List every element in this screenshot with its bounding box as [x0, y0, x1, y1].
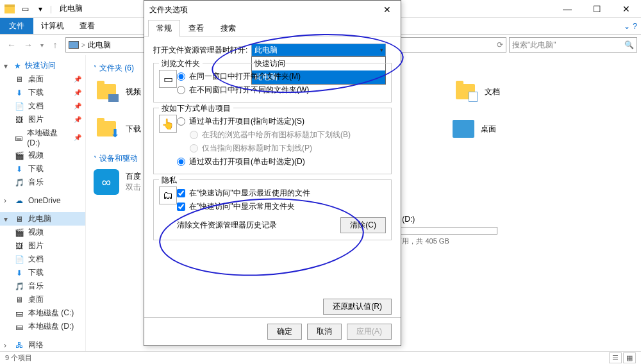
- check-recent-files[interactable]: 在"快速访问"中显示最近使用的文件: [159, 186, 386, 200]
- sidebar-item-pictures[interactable]: 🖼图片📌: [0, 113, 85, 126]
- doc-icon: 📄: [14, 101, 24, 112]
- help-icon[interactable]: ?: [633, 22, 637, 31]
- radio-underline-all: 在我的浏览器中给所有图标标题加下划线(B): [159, 128, 386, 142]
- folder-icon: ⬇: [97, 121, 116, 136]
- folder-icon: [97, 84, 116, 99]
- view-icons-icon[interactable]: ▦: [623, 352, 636, 363]
- ribbon-expand-icon[interactable]: ⌄: [624, 22, 630, 31]
- tab-view[interactable]: 查看: [72, 18, 103, 34]
- refresh-icon[interactable]: ⟳: [497, 40, 503, 49]
- explorer-icon: [4, 3, 15, 15]
- video-icon: 🎬: [14, 228, 24, 238]
- nav-up[interactable]: ↑: [47, 37, 63, 53]
- groupbox-browse: 浏览文件夹 ▭ 在同一窗口中打开每个文件夹(M) 在不同窗口中打开不同的文件夹(…: [153, 63, 392, 103]
- statusbar: 9 个项目 ☰ ▦: [0, 351, 641, 364]
- privacy-icon: 🗂: [159, 186, 177, 204]
- restore-defaults-button[interactable]: 还原默认值(R): [323, 299, 392, 315]
- window-title: 此电脑: [60, 3, 83, 14]
- tab-search[interactable]: 搜索: [212, 20, 244, 37]
- sidebar: ▾ ★ 快速访问 🖥桌面📌 ⬇下载📌 📄文档📌 🖼图片📌 🖴本地磁盘 (D:)📌…: [0, 55, 86, 351]
- sidebar-pc-documents[interactable]: 📄文档: [0, 252, 85, 266]
- nav-recent-dropdown[interactable]: ▾: [37, 37, 46, 53]
- search-input[interactable]: 搜索"此电脑" 🔍: [509, 37, 637, 53]
- apply-button[interactable]: 应用(A): [347, 324, 392, 340]
- sidebar-this-pc[interactable]: ▾🖥此电脑: [0, 212, 85, 226]
- sidebar-item-documents[interactable]: 📄文档📌: [0, 99, 85, 113]
- groupbox-click: 按如下方式单击项目 👆 通过单击打开项目(指向时选定)(S) 在我的浏览器中给所…: [153, 108, 392, 174]
- folder-videos[interactable]: 视频: [94, 79, 145, 104]
- download-icon: ⬇: [14, 268, 24, 278]
- picture-icon: 🖼: [14, 115, 24, 125]
- folder-desktop[interactable]: 桌面: [453, 116, 581, 142]
- search-icon: 🔍: [624, 40, 634, 49]
- sidebar-item-desktop[interactable]: 🖥桌面📌: [0, 72, 85, 86]
- sidebar-quick-access[interactable]: ▾ ★ 快速访问: [0, 59, 85, 72]
- sidebar-pc-videos[interactable]: 🎬视频: [0, 226, 85, 239]
- svg-rect-1: [4, 4, 15, 7]
- pin-icon: 📌: [74, 116, 81, 123]
- pc-icon: 🖥: [14, 214, 24, 224]
- qat-dropdown-icon[interactable]: ▾: [35, 3, 46, 15]
- sidebar-item-music[interactable]: 🎵音乐: [0, 176, 85, 189]
- clear-button[interactable]: 清除(C): [340, 217, 386, 233]
- sidebar-pc-music[interactable]: 🎵音乐: [0, 279, 85, 293]
- doc-icon: 📄: [14, 254, 24, 265]
- sidebar-item-downloads[interactable]: ⬇下载📌: [0, 86, 85, 99]
- nav-back[interactable]: ←: [4, 37, 19, 53]
- baidu-icon: ∞: [94, 169, 119, 195]
- dialog-titlebar[interactable]: 文件夹选项 ✕: [144, 1, 401, 19]
- nav-forward[interactable]: →: [21, 37, 36, 53]
- radio-double-click[interactable]: 通过双击打开项目(单击时选定)(D): [159, 155, 386, 169]
- onedrive-icon: ☁: [14, 195, 24, 206]
- maximize-button[interactable]: ☐: [582, 0, 612, 18]
- network-icon: 🖧: [14, 340, 24, 351]
- video-icon: 🎬: [14, 151, 24, 161]
- dialog-footer: 确定 取消 应用(A): [144, 317, 401, 345]
- folder-documents[interactable]: 文档: [453, 79, 581, 104]
- breadcrumb[interactable]: 此电脑: [88, 40, 111, 51]
- sidebar-pc-drive-c[interactable]: 🖴本地磁盘 (C:): [0, 306, 85, 320]
- item-count: 9 个项目: [5, 353, 32, 363]
- drive-icon: 🖴: [13, 133, 23, 143]
- minimize-button[interactable]: —: [553, 0, 582, 18]
- drive-icon: 🖴: [14, 322, 24, 332]
- music-icon: 🎵: [14, 281, 24, 292]
- sidebar-item-drive-d[interactable]: 🖴本地磁盘 (D:)📌: [0, 126, 85, 149]
- sidebar-pc-desktop[interactable]: 🖥桌面: [0, 293, 85, 306]
- folder-downloads[interactable]: ⬇下载: [94, 116, 145, 142]
- radio-new-window[interactable]: 在不同窗口中打开不同的文件夹(W): [159, 83, 386, 97]
- tab-general[interactable]: 常规: [148, 20, 180, 37]
- pin-icon: 📌: [74, 103, 81, 110]
- desktop-icon: 🖥: [14, 74, 24, 85]
- sidebar-pc-pictures[interactable]: 🖼图片: [0, 239, 85, 252]
- sidebar-network[interactable]: ›🖧网络: [0, 338, 85, 351]
- dialog-tabs: 常规 查看 搜索: [144, 20, 401, 37]
- sidebar-item-videos[interactable]: 🎬视频: [0, 149, 85, 162]
- radio-single-click[interactable]: 通过单击打开项目(指向时选定)(S): [159, 115, 386, 128]
- radio-same-window[interactable]: 在同一窗口中打开每个文件夹(M): [159, 70, 386, 83]
- close-button[interactable]: ✕: [612, 0, 641, 18]
- check-frequent-folders[interactable]: 在"快速访问"中显示常用文件夹: [159, 200, 386, 213]
- sidebar-pc-downloads[interactable]: ⬇下载: [0, 266, 85, 279]
- open-to-combo[interactable]: 此电脑 ▾ 快速访问 此电脑: [251, 44, 386, 56]
- sidebar-item-downloads2[interactable]: ⬇下载: [0, 162, 85, 176]
- cancel-button[interactable]: 取消: [307, 324, 342, 340]
- properties-icon[interactable]: ▭: [19, 3, 31, 15]
- click-icon: 👆: [159, 115, 177, 133]
- view-details-icon[interactable]: ☰: [609, 352, 622, 363]
- sidebar-pc-drive-d2[interactable]: 🖴本地磁盘 (D:): [0, 320, 85, 333]
- ok-button[interactable]: 确定: [267, 324, 302, 340]
- radio-underline-hover: 仅当指向图标标题时加下划线(P): [159, 142, 386, 155]
- tab-view[interactable]: 查看: [180, 20, 212, 37]
- dialog-close-button[interactable]: ✕: [379, 4, 395, 15]
- pin-icon: 📌: [74, 134, 81, 141]
- pin-icon: 📌: [74, 89, 81, 96]
- folder-icon: [456, 84, 475, 99]
- tab-computer[interactable]: 计算机: [33, 18, 72, 34]
- pin-icon: 📌: [74, 76, 81, 83]
- desktop-icon: [453, 120, 474, 138]
- sidebar-onedrive[interactable]: ›☁OneDrive: [0, 194, 85, 207]
- download-icon: ⬇: [14, 88, 24, 98]
- file-tab[interactable]: 文件: [0, 18, 33, 34]
- clear-history-label: 清除文件资源管理器历史记录: [177, 220, 277, 231]
